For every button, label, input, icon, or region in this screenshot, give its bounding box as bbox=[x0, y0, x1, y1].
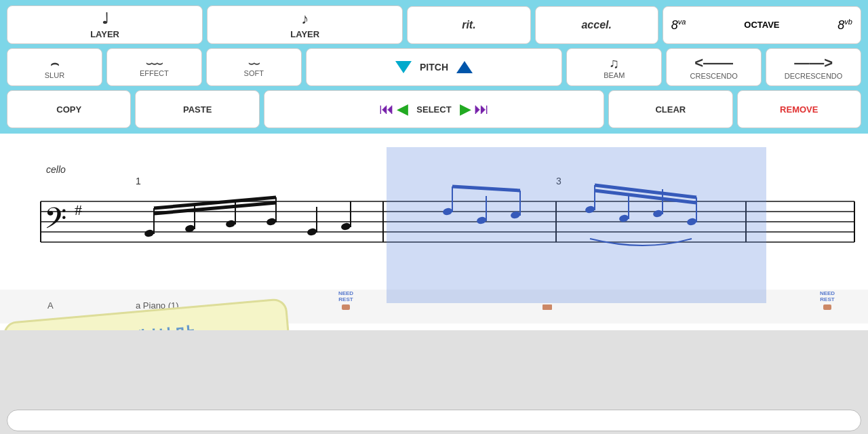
search-input[interactable] bbox=[7, 410, 861, 431]
crescendo-button[interactable]: <—— CRESCENDO bbox=[666, 48, 762, 86]
beam-label: BEAM bbox=[604, 71, 625, 79]
prev-start-button[interactable]: ⏮ bbox=[379, 100, 394, 118]
svg-point-16 bbox=[225, 219, 236, 228]
toolbar-row-2: ⌢ SLUR ⌣⌣⌣ EFFECT ⌣⌣ SOFT PITCH ♫ BEAM <… bbox=[7, 48, 861, 86]
svg-text:REST: REST bbox=[820, 296, 834, 302]
next-end-button[interactable]: ⏭ bbox=[474, 100, 489, 118]
svg-text:NEED: NEED bbox=[820, 290, 835, 296]
measure3-number: 3 bbox=[556, 176, 561, 186]
score-svg: cello 𝄢 # 1 3 bbox=[0, 134, 868, 330]
clear-button[interactable]: CLEAR bbox=[608, 90, 732, 128]
beam-icon: ♫ bbox=[609, 56, 619, 71]
octave-8vb-label: 8vb bbox=[837, 18, 852, 33]
remove-label: REMOVE bbox=[780, 104, 818, 115]
beam-button[interactable]: ♫ BEAM bbox=[566, 48, 662, 86]
svg-point-39 bbox=[686, 217, 697, 226]
clear-label: CLEAR bbox=[655, 104, 686, 115]
svg-point-26 bbox=[442, 207, 453, 216]
cello-label-text: cello bbox=[46, 164, 66, 175]
effect-icon: ⌣⌣⌣ bbox=[146, 58, 162, 69]
pitch-button[interactable]: PITCH bbox=[306, 48, 563, 86]
layer2-button[interactable]: ♪ LAYER bbox=[207, 5, 403, 44]
octave-8va-label: 8va bbox=[671, 18, 686, 33]
decrescendo-label: DECRESCENDO bbox=[785, 72, 843, 80]
svg-point-33 bbox=[585, 205, 595, 214]
search-bar-container bbox=[7, 410, 861, 431]
score-area: cello 𝄢 # 1 3 bbox=[0, 134, 868, 330]
svg-rect-51 bbox=[823, 304, 831, 310]
svg-text:NEED: NEED bbox=[338, 290, 353, 296]
next-button[interactable]: ▶ bbox=[460, 100, 471, 118]
layer1-button[interactable]: ♩ LAYER bbox=[7, 5, 203, 44]
svg-rect-52 bbox=[542, 304, 552, 310]
crescendo-label: CRESCENDO bbox=[690, 72, 738, 80]
rit-button[interactable]: rit. bbox=[407, 6, 530, 44]
svg-text:𝄢: 𝄢 bbox=[44, 203, 66, 241]
pitch-up-icon[interactable] bbox=[456, 61, 473, 73]
toolbar-row-1: ♩ LAYER ♪ LAYER rit. accel. 8va OCTAVE 8… bbox=[7, 5, 861, 44]
accel-label: accel. bbox=[581, 19, 611, 31]
svg-line-32 bbox=[452, 186, 520, 191]
svg-text:#: # bbox=[75, 201, 82, 218]
soft-label: SOFT bbox=[244, 69, 264, 77]
nav-group: ⏮ ◀ SELECT ▶ ⏭ bbox=[264, 90, 604, 128]
layer2-label: LAYER bbox=[290, 29, 319, 39]
svg-point-28 bbox=[476, 216, 487, 224]
remove-button[interactable]: REMOVE bbox=[737, 90, 861, 128]
decrescendo-icon: ——> bbox=[794, 54, 833, 72]
svg-rect-48 bbox=[342, 304, 350, 310]
slur-label: SLUR bbox=[45, 71, 64, 79]
accel-button[interactable]: accel. bbox=[535, 6, 658, 44]
svg-text:A: A bbox=[47, 300, 54, 311]
pitch-label: PITCH bbox=[420, 62, 448, 73]
effect-label: EFFECT bbox=[140, 69, 169, 77]
toolbar-row-3: COPY PASTE ⏮ ◀ SELECT ▶ ⏭ CLEAR REMOVE bbox=[7, 90, 861, 128]
copy-label: COPY bbox=[56, 104, 81, 115]
svg-point-37 bbox=[652, 209, 663, 218]
octave-label: OCTAVE bbox=[744, 20, 779, 30]
svg-point-24 bbox=[340, 222, 351, 231]
decrescendo-button[interactable]: ——> DECRESCENDO bbox=[766, 48, 861, 86]
copy-button[interactable]: COPY bbox=[7, 90, 131, 128]
select-label: SELECT bbox=[411, 104, 456, 115]
svg-point-12 bbox=[144, 229, 155, 237]
slur-icon: ⌢ bbox=[50, 56, 59, 71]
layer2-icon: ♪ bbox=[301, 10, 309, 28]
svg-point-22 bbox=[307, 227, 317, 236]
pitch-down-icon[interactable] bbox=[395, 61, 412, 73]
tooltip-text: 选中片段可复制粘贴、对音高、踏板标记、连音线纠正调整等 bbox=[23, 323, 214, 330]
effect-button[interactable]: ⌣⌣⌣ EFFECT bbox=[106, 48, 202, 86]
crescendo-icon: <—— bbox=[694, 54, 733, 72]
toolbar: ♩ LAYER ♪ LAYER rit. accel. 8va OCTAVE 8… bbox=[0, 0, 868, 134]
paste-button[interactable]: PASTE bbox=[135, 90, 259, 128]
layer1-icon: ♩ bbox=[102, 10, 108, 28]
paste-label: PASTE bbox=[183, 104, 212, 115]
layer1-label: LAYER bbox=[90, 29, 119, 39]
svg-point-18 bbox=[266, 217, 277, 226]
prev-button[interactable]: ◀ bbox=[397, 100, 408, 118]
rit-label: rit. bbox=[462, 19, 475, 31]
svg-text:REST: REST bbox=[338, 296, 353, 302]
octave-group: 8va OCTAVE 8vb bbox=[663, 6, 861, 44]
soft-icon: ⌣⌣ bbox=[248, 58, 259, 69]
soft-button[interactable]: ⌣⌣ SOFT bbox=[206, 48, 302, 86]
measure1-number: 1 bbox=[136, 176, 141, 186]
slur-button[interactable]: ⌢ SLUR bbox=[7, 48, 102, 86]
